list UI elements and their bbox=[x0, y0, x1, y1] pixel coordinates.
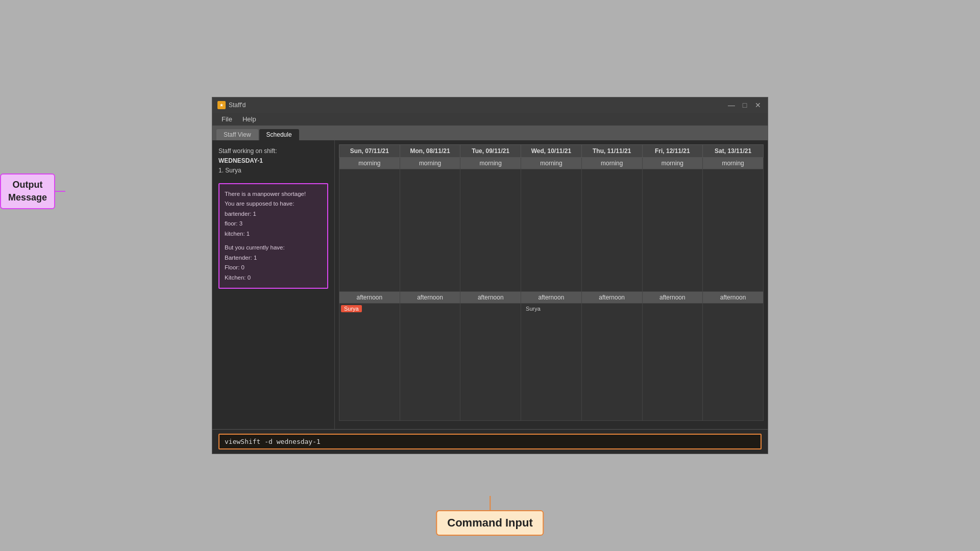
morning-label-sun: morning bbox=[339, 158, 400, 169]
morning-cell-sun[interactable] bbox=[339, 169, 400, 292]
command-input-annotation: Command Input bbox=[436, 510, 544, 536]
msg-line9: Floor: 0 bbox=[225, 263, 322, 273]
morning-cells-row bbox=[339, 169, 764, 292]
shift-working-label: Staff working on shift: bbox=[218, 146, 328, 156]
title-bar: ★ Staff'd — □ ✕ bbox=[212, 97, 768, 113]
menu-file[interactable]: File bbox=[217, 114, 236, 124]
tab-bar: Staff View Schedule bbox=[212, 126, 768, 140]
app-icon: ★ bbox=[217, 101, 226, 109]
shift-info: Staff working on shift: WEDNESDAY-1 1. S… bbox=[218, 146, 328, 176]
msg-line5: kitchen: 1 bbox=[225, 229, 322, 239]
morning-cell-fri[interactable] bbox=[642, 169, 703, 292]
morning-label-sat: morning bbox=[703, 158, 764, 169]
surya-badge-sun: Surya bbox=[341, 305, 362, 312]
col-header-thu: Thu, 11/11/21 bbox=[581, 145, 642, 158]
schedule-area: Sun, 07/11/21 Mon, 08/11/21 Tue, 09/11/2… bbox=[335, 140, 768, 429]
morning-label-thu: morning bbox=[581, 158, 642, 169]
main-content: Staff working on shift: WEDNESDAY-1 1. S… bbox=[212, 140, 768, 429]
afternoon-cell-tue[interactable] bbox=[460, 304, 521, 421]
afternoon-cell-sun[interactable]: Surya bbox=[339, 304, 400, 421]
surya-badge-wed: Surya bbox=[523, 305, 544, 312]
afternoon-cell-wed[interactable]: Surya bbox=[521, 304, 582, 421]
minimize-button[interactable]: — bbox=[727, 101, 736, 110]
morning-cell-sat[interactable] bbox=[703, 169, 764, 292]
col-header-tue: Tue, 09/11/21 bbox=[460, 145, 521, 158]
desktop: Output Message ★ Staff'd — □ ✕ File Help bbox=[0, 0, 980, 551]
msg-line1: There is a manpower shortage! bbox=[225, 189, 322, 199]
output-message-annotation: Output Message bbox=[0, 173, 55, 209]
title-bar-controls: — □ ✕ bbox=[727, 101, 763, 110]
staff-list-item-1: 1. Surya bbox=[218, 166, 328, 176]
morning-label-mon: morning bbox=[400, 158, 460, 169]
output-message-box: There is a manpower shortage! You are su… bbox=[218, 183, 328, 289]
msg-line4: floor: 3 bbox=[225, 219, 322, 229]
morning-label-fri: morning bbox=[642, 158, 703, 169]
command-input[interactable] bbox=[218, 434, 762, 449]
sidebar: Staff working on shift: WEDNESDAY-1 1. S… bbox=[212, 140, 335, 429]
afternoon-cell-mon[interactable] bbox=[400, 304, 460, 421]
morning-cell-thu[interactable] bbox=[581, 169, 642, 292]
morning-label-wed: morning bbox=[521, 158, 582, 169]
afternoon-cell-fri[interactable] bbox=[642, 304, 703, 421]
afternoon-cells-row: Surya Surya bbox=[339, 304, 764, 421]
col-header-sat: Sat, 13/11/21 bbox=[703, 145, 764, 158]
afternoon-cell-thu[interactable] bbox=[581, 304, 642, 421]
tab-schedule[interactable]: Schedule bbox=[259, 129, 299, 140]
col-header-fri: Fri, 12/11/21 bbox=[642, 145, 703, 158]
msg-line7: But you currently have: bbox=[225, 243, 322, 253]
afternoon-label-sat: afternoon bbox=[703, 292, 764, 304]
afternoon-label-thu: afternoon bbox=[581, 292, 642, 304]
morning-cell-mon[interactable] bbox=[400, 169, 460, 292]
menu-help[interactable]: Help bbox=[238, 114, 260, 124]
afternoon-label-fri: afternoon bbox=[642, 292, 703, 304]
menu-bar: File Help bbox=[212, 113, 768, 126]
tab-staff-view[interactable]: Staff View bbox=[216, 129, 258, 140]
afternoon-label-sun: afternoon bbox=[339, 292, 400, 304]
msg-line2: You are supposed to have: bbox=[225, 199, 322, 209]
afternoon-label-mon: afternoon bbox=[400, 292, 460, 304]
command-area bbox=[212, 429, 768, 454]
msg-line3: bartender: 1 bbox=[225, 209, 322, 219]
app-title: Staff'd bbox=[229, 102, 246, 109]
morning-cell-tue[interactable] bbox=[460, 169, 521, 292]
col-header-wed: Wed, 10/11/21 bbox=[521, 145, 582, 158]
title-bar-left: ★ Staff'd bbox=[217, 101, 246, 109]
afternoon-label-tue: afternoon bbox=[460, 292, 521, 304]
afternoon-cell-sat[interactable] bbox=[703, 304, 764, 421]
app-window: ★ Staff'd — □ ✕ File Help Staff View Sch… bbox=[212, 97, 768, 454]
morning-header-row: morning morning morning morning morning … bbox=[339, 158, 764, 169]
col-header-mon: Mon, 08/11/21 bbox=[400, 145, 460, 158]
msg-line8: Bartender: 1 bbox=[225, 253, 322, 263]
morning-label-tue: morning bbox=[460, 158, 521, 169]
col-header-sun: Sun, 07/11/21 bbox=[339, 145, 400, 158]
afternoon-label-wed: afternoon bbox=[521, 292, 582, 304]
msg-line10: Kitchen: 0 bbox=[225, 273, 322, 283]
schedule-grid: Sun, 07/11/21 Mon, 08/11/21 Tue, 09/11/2… bbox=[339, 144, 764, 421]
afternoon-header-row: afternoon afternoon afternoon afternoon … bbox=[339, 292, 764, 304]
maximize-button[interactable]: □ bbox=[740, 101, 749, 110]
morning-cell-wed[interactable] bbox=[521, 169, 582, 292]
close-button[interactable]: ✕ bbox=[753, 101, 763, 110]
shift-id: WEDNESDAY-1 bbox=[218, 156, 328, 166]
